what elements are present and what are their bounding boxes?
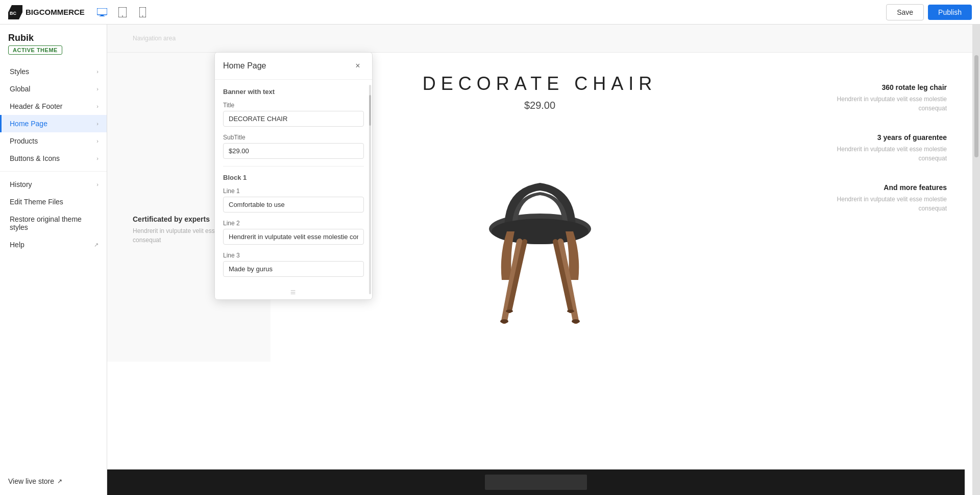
panel-scrollbar-thumb [369,95,371,126]
chevron-right-icon: › [96,138,99,144]
external-link-icon: ↗ [57,478,62,485]
sidebar-item-styles[interactable]: Styles › [0,63,107,80]
line1-label: Line 1 [223,187,364,195]
line2-label: Line 2 [223,220,364,227]
preview-feature1-desc: Hendrerit in vulputate velit esse molest… [819,95,947,113]
subtitle-label: SubTitle [223,134,364,141]
preview-nav-area: Navigation area [107,25,972,53]
sidebar-item-restore-original[interactable]: Restore original theme styles [0,210,107,236]
chair-svg [463,127,617,341]
line2-field-group: Line 2 [223,220,364,245]
panel-body: Banner with text Title SubTitle Block 1 … [215,80,372,299]
line3-field-group: Line 3 [223,252,364,277]
preview-feature1-title: 360 rotate leg chair [819,83,947,91]
scrollbar-thumb [974,55,978,157]
preview-right-feature-2: 3 years of guarentee Hendrerit in vulput… [819,133,947,163]
block1-title: Block 1 [223,174,364,181]
home-page-panel: Home Page × Banner with text Title SubTi… [214,52,373,300]
title-field-group: Title [223,102,364,127]
sidebar-divider [0,171,107,172]
preview-feature3-title: And more features [819,183,947,192]
preview-right-feature-3: And more features Hendrerit in vulputate… [819,183,947,213]
panel-close-button[interactable]: × [352,60,364,72]
svg-point-8 [142,15,143,16]
preview-right-feature-1: 360 rotate leg chair Hendrerit in vulput… [819,83,947,113]
title-input[interactable] [223,111,364,127]
preview-nav-placeholder: Navigation area [133,35,176,42]
theme-info: Rubik ACTIVE THEME [0,25,107,59]
sidebar: Rubik ACTIVE THEME Styles › Global › Hea… [0,25,107,495]
preview-feature3-desc: Hendrerit in vulputate velit esse molest… [819,195,947,213]
preview-hero-title: DECORATE CHAIR [423,73,657,95]
banner-section-title: Banner with text [223,88,364,96]
preview-feature2-desc: Hendrerit in vulputate velit esse molest… [819,145,947,163]
bigcommerce-logo-icon: BC [8,5,22,19]
chevron-right-icon: › [96,181,99,187]
mobile-device-button[interactable] [134,3,152,21]
publish-button[interactable]: Publish [928,5,972,20]
chevron-right-icon: › [96,155,99,161]
topbar: BC BIGCOMMERCE Save Publish [0,0,980,25]
svg-point-6 [122,15,123,16]
sidebar-item-home-page[interactable]: Home Page › [0,115,107,132]
svg-point-12 [572,319,580,323]
svg-rect-2 [97,8,107,15]
preview-bottom-bar [107,469,965,495]
line3-input[interactable] [223,261,364,277]
active-theme-badge: ACTIVE THEME [8,45,62,55]
subtitle-input[interactable] [223,143,364,159]
panel-scrollbar [369,85,371,294]
svg-rect-4 [100,16,105,16]
device-icons [93,3,152,21]
chevron-right-icon: › [96,68,99,75]
save-button[interactable]: Save [886,4,924,20]
sidebar-item-global[interactable]: Global › [0,80,107,98]
sidebar-item-products[interactable]: Products › [0,132,107,150]
preview-chair-image [463,127,617,341]
sidebar-item-header-footer[interactable]: Header & Footer › [0,98,107,115]
sidebar-nav: Styles › Global › Header & Footer › Home… [0,59,107,467]
subtitle-field-group: SubTitle [223,134,364,159]
sidebar-item-history[interactable]: History › [0,176,107,193]
svg-point-11 [500,319,508,323]
svg-rect-3 [101,15,104,16]
line2-input[interactable] [223,229,364,245]
sidebar-bottom: View live store ↗ [0,467,107,495]
chevron-right-icon: › [96,86,99,92]
external-link-icon: ↗ [94,242,99,248]
panel-header: Home Page × [215,53,372,80]
title-label: Title [223,102,364,109]
bottom-bar-content [485,475,587,490]
topbar-left: BC BIGCOMMERCE [8,3,152,21]
preview-feature2-title: 3 years of guarentee [819,133,947,142]
topbar-right: Save Publish [886,4,972,20]
theme-name: Rubik [8,33,99,43]
line3-label: Line 3 [223,252,364,259]
drag-handle: ≡ [223,284,364,299]
preview-scrollbar[interactable] [972,25,980,495]
svg-point-13 [506,310,513,313]
block-divider-1 [223,166,364,167]
tablet-device-button[interactable] [113,3,132,21]
svg-text:BC: BC [10,11,16,16]
panel-title: Home Page [223,61,266,70]
line1-field-group: Line 1 [223,187,364,213]
preview-right-features: 360 rotate leg chair Hendrerit in vulput… [809,53,972,362]
logo: BC BIGCOMMERCE [8,5,85,19]
preview-hero-price: $29.00 [524,100,555,111]
chevron-right-icon: › [96,103,99,109]
view-live-store-link[interactable]: View live store ↗ [8,474,99,489]
line1-input[interactable] [223,197,364,213]
svg-point-14 [567,310,574,313]
sidebar-item-edit-theme-files[interactable]: Edit Theme Files [0,193,107,210]
desktop-device-button[interactable] [93,3,111,21]
main-layout: Rubik ACTIVE THEME Styles › Global › Hea… [0,0,980,495]
preview-area: Navigation area ate velit esse t ate vel… [107,25,980,495]
sidebar-item-buttons-icons[interactable]: Buttons & Icons › [0,150,107,167]
chevron-right-icon: › [96,121,99,127]
sidebar-item-help[interactable]: Help ↗ [0,236,107,253]
logo-text: BIGCOMMERCE [26,8,85,16]
